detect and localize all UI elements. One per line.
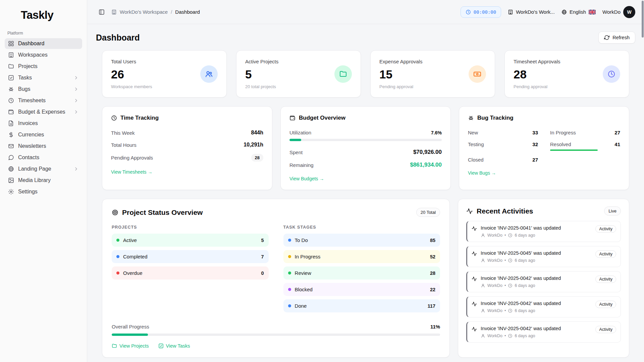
sidebar-item-projects[interactable]: Projects — [5, 61, 82, 72]
activity-time: 6 days ago — [515, 283, 535, 288]
clock-icon — [508, 258, 513, 263]
activity-item[interactable]: Invoice 'INV-2025-0041' was updated Work… — [466, 221, 621, 242]
sidebar-item-tasks[interactable]: Tasks — [5, 72, 82, 83]
recent-activities-card: Recent Activities Live Invoice 'INV-2025… — [458, 199, 629, 358]
meta-dot: • — [504, 308, 506, 313]
time-tracking-card: Time Tracking This Week 844h Total Hours… — [102, 106, 272, 190]
row-label: Resolved — [550, 141, 571, 147]
status-count: 52 — [430, 254, 435, 259]
activity-item[interactable]: Invoice 'INV-2025-0042' was updated Work… — [466, 296, 621, 317]
activity-icon — [472, 326, 477, 332]
sidebar-section-label: Platform — [0, 29, 87, 38]
refresh-icon — [604, 35, 609, 40]
row-value: 10,291h — [244, 142, 263, 148]
language-selector[interactable]: English — [561, 9, 596, 15]
sidebar-item-invoices[interactable]: Invoices — [5, 118, 82, 129]
stat-subtitle: Pending approval — [514, 84, 620, 89]
stats-row: Total Users 26 Workspace members Active … — [102, 50, 629, 98]
view-timesheets-link[interactable]: View Timesheets → — [111, 169, 152, 175]
user-name: WorkDo — [602, 9, 621, 15]
building-icon — [8, 52, 14, 58]
breadcrumb-page: Dashboard — [175, 9, 200, 15]
status-label: In Progress — [295, 254, 321, 259]
project-status-completed: Completed 7 — [112, 250, 269, 263]
view-projects-link[interactable]: View Projects — [112, 343, 149, 349]
activity-icon — [472, 301, 477, 307]
activity-user: WorkDo — [487, 308, 502, 313]
sidebar-item-workspaces[interactable]: Workspaces — [5, 50, 82, 60]
sidebar-item-timesheets[interactable]: Timesheets — [5, 95, 82, 106]
bug-stat-new: New 33 — [468, 127, 538, 138]
resolved-progress-bar — [550, 149, 598, 151]
avatar: W — [623, 6, 635, 18]
sidebar-item-label: Invoices — [18, 120, 38, 126]
status-count: 22 — [430, 287, 435, 292]
time-row-pending-approvals: Pending Approvals 28 — [111, 151, 263, 165]
image-icon — [8, 177, 14, 183]
sidebar-item-settings[interactable]: Settings — [5, 186, 82, 197]
users-icon — [200, 65, 218, 83]
sidebar-item-bugs[interactable]: Bugs — [5, 84, 82, 95]
sidebar-item-dashboard[interactable]: Dashboard — [5, 38, 82, 49]
sidebar-toggle-button[interactable] — [96, 6, 107, 18]
chevron-right-icon — [73, 166, 79, 172]
activity-user: WorkDo — [487, 233, 502, 238]
view-bugs-link[interactable]: View Bugs → — [468, 170, 496, 176]
activity-list: Invoice 'INV-2025-0041' was updated Work… — [466, 221, 621, 343]
bug-stat-in-progress: In Progress 27 — [550, 127, 620, 138]
sidebar-item-budget-expenses[interactable]: Budget & Expenses — [5, 107, 82, 117]
overall-progress: Overall Progress 11% — [112, 324, 440, 336]
status-label: Overdue — [123, 270, 143, 276]
status-label: Active — [123, 237, 137, 243]
card-title: Time Tracking — [120, 115, 159, 121]
activity-user: WorkDo — [487, 283, 502, 288]
building-icon — [508, 9, 513, 15]
activity-icon — [472, 276, 477, 282]
user-menu[interactable]: WorkDo W — [602, 6, 635, 18]
card-title: Project Status Overview — [122, 208, 203, 217]
meta-dot: • — [504, 258, 506, 263]
workspace-switcher[interactable]: WorkDo's Work... — [508, 9, 555, 15]
stat-card-expense-approvals: Expense Approvals 15 Pending approval — [370, 50, 495, 98]
uk-flag-icon — [589, 10, 596, 14]
overall-progress-label: Overall Progress — [112, 324, 149, 329]
globe-icon — [8, 166, 14, 172]
card-header: Recent Activities Live — [466, 206, 621, 216]
activity-icon — [472, 226, 477, 231]
middle-row: Time Tracking This Week 844h Total Hours… — [102, 106, 629, 190]
scrollbar[interactable] — [641, 0, 644, 362]
breadcrumb-workspace[interactable]: WorkDo's Workspace — [120, 9, 168, 15]
sidebar-item-media-library[interactable]: Media Library — [5, 175, 82, 186]
sidebar-item-label: Newsletters — [18, 143, 46, 149]
clock-icon — [603, 65, 620, 83]
view-budgets-link[interactable]: View Budgets → — [289, 176, 324, 181]
row-label: New — [468, 130, 478, 135]
mail-icon — [8, 143, 14, 149]
scrollbar-thumb[interactable] — [642, 1, 644, 38]
activity-item[interactable]: Invoice 'INV-2025-0045' was updated Work… — [466, 246, 621, 267]
refresh-label: Refresh — [612, 35, 630, 40]
sidebar-item-contacts[interactable]: Contacts — [5, 152, 82, 163]
sidebar-item-label: Budget & Expenses — [18, 109, 65, 115]
status-label: Done — [295, 303, 307, 309]
topbar: WorkDo's Workspace / Dashboard 00:00:00 … — [87, 0, 644, 24]
view-tasks-link[interactable]: View Tasks — [158, 343, 190, 349]
pending-count-badge: 28 — [251, 154, 263, 162]
sidebar-item-newsletters[interactable]: Newsletters — [5, 141, 82, 152]
stat-title: Expense Approvals — [379, 59, 486, 64]
bug-tracking-card: Bug Tracking New 33 In P — [459, 106, 629, 190]
clock-icon — [8, 98, 14, 104]
stage-to-do: To Do 85 — [283, 234, 440, 247]
sections: Total Users 26 Workspace members Active … — [93, 50, 638, 362]
timer-widget[interactable]: 00:00:00 — [461, 6, 501, 18]
refresh-button[interactable]: Refresh — [598, 32, 635, 44]
sidebar-item-landing-page[interactable]: Landing Page — [5, 164, 82, 174]
sidebar-item-currencies[interactable]: Currencies — [5, 129, 82, 140]
activity-item[interactable]: Invoice 'INV-2025-0042' was updated Work… — [466, 321, 621, 343]
row-label: Testing — [468, 141, 484, 147]
activity-item[interactable]: Invoice 'INV-2025-0042' was updated Work… — [466, 271, 621, 292]
target-icon — [112, 209, 118, 216]
projects-column: PROJECTS Active 5 Completed 7 — [112, 225, 269, 316]
status-dot — [288, 272, 291, 275]
folder-icon — [112, 343, 117, 349]
